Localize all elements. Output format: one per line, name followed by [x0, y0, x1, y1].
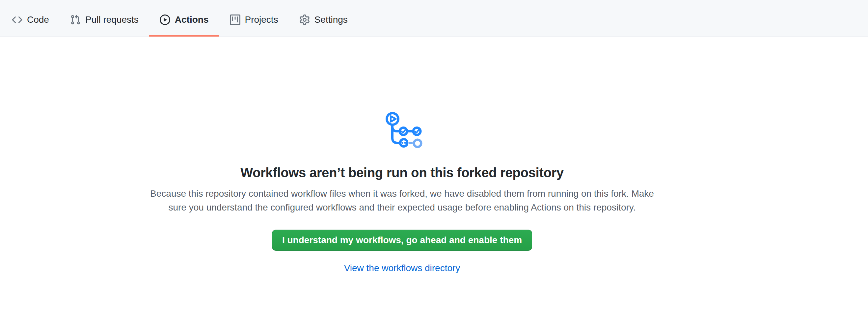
tab-label: Projects	[245, 15, 278, 24]
tab-actions[interactable]: Actions	[149, 5, 219, 37]
tab-code[interactable]: Code	[1, 5, 60, 37]
tab-label: Pull requests	[85, 15, 138, 24]
tab-settings[interactable]: Settings	[289, 5, 358, 37]
tab-label: Code	[27, 15, 49, 24]
description-line: Because this repository contained workfl…	[150, 188, 654, 199]
play-icon	[160, 14, 170, 25]
repo-nav: Code Pull requests Actions Projects Sett…	[0, 0, 868, 37]
tab-label: Settings	[314, 15, 348, 24]
view-workflows-directory-link[interactable]: View the workflows directory	[344, 263, 460, 273]
blankslate-description: Because this repository contained workfl…	[0, 187, 804, 215]
tab-projects[interactable]: Projects	[219, 5, 289, 37]
workflow-graph-icon	[381, 111, 423, 149]
tab-label: Actions	[175, 15, 209, 24]
git-pull-request-icon	[70, 14, 81, 25]
code-icon	[12, 14, 22, 25]
description-line: sure you understand the configured workf…	[168, 202, 636, 213]
actions-blankslate: Workflows aren’t being run on this forke…	[0, 37, 804, 276]
project-icon	[230, 14, 240, 25]
tab-pull-requests[interactable]: Pull requests	[60, 5, 149, 37]
gear-icon	[299, 14, 310, 25]
enable-workflows-button[interactable]: I understand my workflows, go ahead and …	[272, 229, 532, 251]
blankslate-title: Workflows aren’t being run on this forke…	[0, 164, 804, 181]
